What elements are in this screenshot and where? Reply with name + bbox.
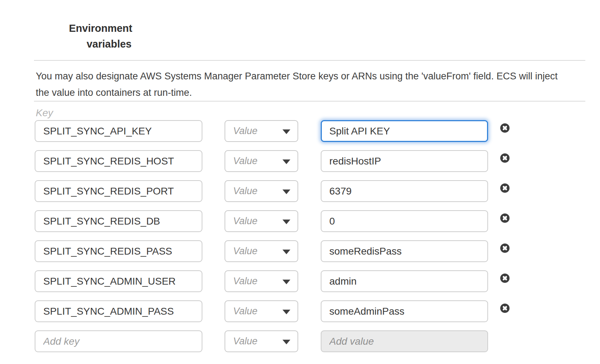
caret-down-icon: [282, 340, 290, 344]
remove-row-button[interactable]: [500, 183, 510, 193]
env-var-row: Value: [35, 300, 510, 322]
caret-down-icon: [282, 129, 290, 134]
help-text: You may also designate AWS Systems Manag…: [36, 68, 588, 101]
env-key-input[interactable]: [35, 150, 202, 172]
caret-down-icon: [282, 220, 290, 224]
env-key-input[interactable]: [35, 270, 202, 292]
value-type-selected: Value: [233, 126, 257, 137]
value-type-selected: Value: [233, 276, 257, 287]
env-var-row: Value: [35, 210, 510, 232]
env-value-input[interactable]: [321, 270, 488, 292]
divider-top: [34, 60, 585, 61]
value-type-selected: Value: [233, 336, 257, 347]
caret-down-icon: [282, 280, 290, 284]
env-var-row: Value: [35, 180, 510, 202]
value-type-dropdown[interactable]: Value: [225, 180, 298, 202]
value-type-dropdown[interactable]: Value: [225, 300, 298, 322]
value-type-selected: Value: [233, 246, 257, 257]
env-key-input[interactable]: [35, 300, 202, 322]
value-type-selected: Value: [233, 306, 257, 317]
env-value-input[interactable]: [321, 300, 488, 322]
value-type-dropdown[interactable]: Value: [225, 270, 298, 292]
remove-row-button[interactable]: [500, 304, 510, 313]
section-label-line2: variables: [43, 36, 132, 52]
env-value-input[interactable]: [321, 120, 488, 142]
section-label: Environment variables: [43, 20, 132, 52]
env-value-input[interactable]: [321, 240, 488, 262]
env-key-input[interactable]: [35, 240, 202, 262]
add-value-input[interactable]: [321, 330, 488, 352]
env-var-row: Value: [35, 120, 510, 142]
add-env-var-row: Value: [35, 330, 510, 352]
env-var-row: Value: [35, 150, 510, 172]
env-value-input[interactable]: [321, 150, 488, 172]
env-value-input[interactable]: [321, 210, 488, 232]
help-text-line1: You may also designate AWS Systems Manag…: [36, 68, 588, 84]
value-type-dropdown[interactable]: Value: [225, 120, 298, 142]
env-var-rows: Value Value Va: [35, 120, 510, 360]
environment-variables-section: Environment variables You may also desig…: [0, 0, 600, 364]
caret-down-icon: [282, 310, 290, 314]
caret-down-icon: [282, 159, 290, 164]
env-var-row: Value: [35, 270, 510, 292]
key-column-label: Key: [36, 107, 53, 119]
divider-bottom: [34, 101, 585, 102]
add-key-input[interactable]: [35, 330, 202, 352]
help-text-line2: the value into containers at run-time.: [36, 84, 588, 101]
env-var-row: Value: [35, 240, 510, 262]
remove-row-button[interactable]: [500, 274, 510, 283]
remove-row-button[interactable]: [500, 213, 510, 223]
value-type-selected: Value: [233, 156, 257, 167]
env-key-input[interactable]: [35, 180, 202, 202]
value-type-dropdown[interactable]: Value: [225, 240, 298, 262]
caret-down-icon: [282, 250, 290, 254]
remove-row-button[interactable]: [500, 123, 510, 133]
section-label-line1: Environment: [43, 20, 132, 36]
value-type-dropdown[interactable]: Value: [225, 210, 298, 232]
remove-row-button[interactable]: [500, 244, 510, 253]
value-type-selected: Value: [233, 216, 257, 227]
value-type-dropdown[interactable]: Value: [225, 150, 298, 172]
value-type-selected: Value: [233, 186, 257, 197]
env-key-input[interactable]: [35, 210, 202, 232]
env-value-input[interactable]: [321, 180, 488, 202]
value-type-dropdown[interactable]: Value: [225, 330, 298, 352]
caret-down-icon: [282, 190, 290, 194]
env-key-input[interactable]: [35, 120, 202, 142]
remove-row-button[interactable]: [500, 153, 510, 163]
